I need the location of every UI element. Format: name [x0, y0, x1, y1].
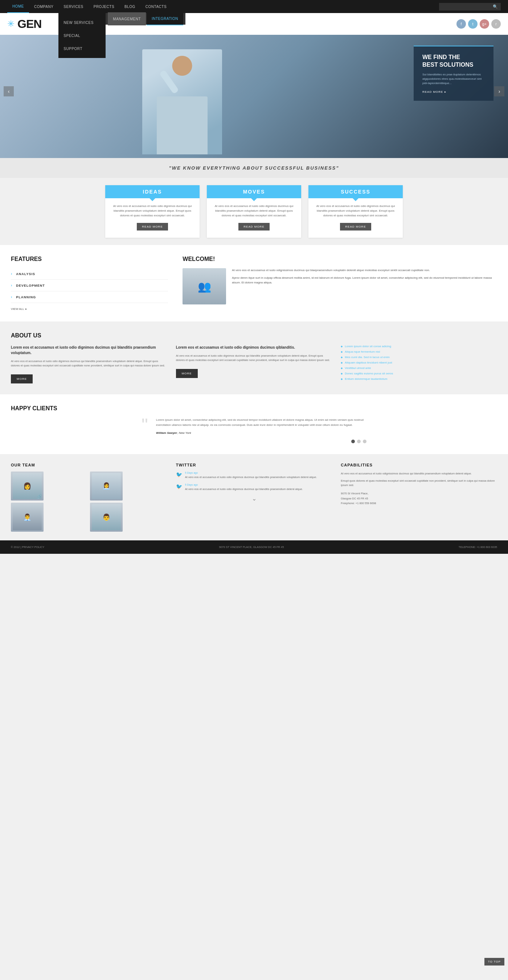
logo[interactable]: ✳ GEN	[7, 18, 42, 31]
hero-read-more[interactable]: READ MORE ▸	[422, 90, 446, 94]
cards-section: IDEAS At vero eos et accusamus et iusto …	[0, 178, 508, 245]
card-success: SUCCESS At vero eos et accusamus et iust…	[308, 185, 403, 238]
nav-company[interactable]: COMPANY	[29, 0, 58, 13]
prev-icon[interactable]: ‹	[4, 86, 14, 96]
main-footer: © 2012 | PRIVACY POLICY 9070 ST VINCENT …	[0, 540, 508, 554]
rss-icon[interactable]: r	[491, 19, 501, 29]
team-member-1[interactable]: 👩 🔗	[11, 471, 43, 501]
about-col1: Lorem eos et accusamus et iusto odio dig…	[11, 345, 167, 383]
dropdown-special[interactable]: SPECIAL	[58, 29, 105, 42]
tweet-1-content: 5 Days ago At vero eos et accusamus et i…	[185, 471, 317, 479]
next-icon[interactable]: ›	[494, 86, 504, 96]
twitter-bird-icon-2: 🐦	[176, 484, 182, 491]
dropdown-support[interactable]: SUPPORT	[58, 42, 105, 55]
nav-home[interactable]: HOME	[7, 0, 29, 13]
quote-text: "WE KNOW EVERYTHING ABOUT SUCCESSFUL BUS…	[7, 165, 501, 171]
twitter-icon[interactable]: t	[468, 19, 478, 29]
welcome-intro: At vero eos et accusamus et iusto odigni…	[232, 268, 497, 273]
about-link-2[interactable]: Aliqua nque fermentum nisl	[341, 350, 497, 353]
logo-icon: ✳	[7, 19, 14, 29]
about-col1-lead: Lorem eos et accusamus et iusto odio dig…	[11, 345, 167, 356]
hero-next-arrow[interactable]: ›	[494, 86, 504, 96]
about-col2-body: At vero eos et accusamus et iusto odio d…	[176, 354, 332, 363]
card-moves-body: At vero eos et accusamus et iusto odio d…	[207, 204, 301, 218]
team-member-3[interactable]: 👨‍💼	[11, 503, 43, 532]
nav-services-dropdown[interactable]: SERVICES NEW SERVICES SPECIAL SUPPORT MA…	[58, 0, 88, 13]
nav-contacts[interactable]: CONTACTS	[141, 0, 172, 13]
card-ideas-body: At vero eos et accusamus et iusto odio d…	[105, 204, 200, 218]
testimonial-dots	[156, 440, 366, 443]
nav-services[interactable]: SERVICES	[58, 0, 88, 13]
capabilities-widget: CAPABILITIES At vero eos et accusamus et…	[341, 463, 497, 532]
footer-copyright[interactable]: © 2012 | PRIVACY POLICY	[11, 546, 44, 549]
testimonial-text: Lorem ipsum dolor sit amet, consectetur …	[156, 417, 366, 427]
sub-menu: MANAGEMENT INTEGRATION	[105, 13, 185, 25]
welcome-content: 👥 At vero eos et accusamus et iusto odig…	[182, 268, 497, 304]
nav-projects[interactable]: PROJECTS	[88, 0, 119, 13]
logo-text: GEN	[18, 18, 42, 31]
facebook-icon[interactable]: f	[457, 19, 466, 29]
sub-management[interactable]: MANAGEMENT	[108, 12, 146, 25]
scroll-down-icon[interactable]: ⌄	[252, 495, 257, 501]
nav-blog[interactable]: BLOG	[119, 0, 141, 13]
social-icons: f t g+ r	[457, 19, 501, 29]
dot-2[interactable]	[357, 440, 361, 443]
team-title: OUR TEAM	[11, 463, 167, 467]
tweet-2-text: At vero eos et accusamus et iusto odio d…	[185, 487, 303, 491]
footer-telephone: TELEPHONE: +1 800 603 6035	[458, 546, 497, 549]
about-col1-more[interactable]: MORE	[11, 374, 33, 383]
welcome-image: 👥	[182, 268, 226, 304]
search-input[interactable]	[442, 5, 493, 9]
about-col2-lead: Lorem eos et accusamus et iusto odio dig…	[176, 345, 332, 350]
welcome-text: At vero eos et accusamus et iusto odigni…	[232, 268, 497, 304]
features-welcome-section: FEATURES › ANALYSIS › DEVELOPMENT › PLAN…	[0, 245, 508, 321]
hero-prev-arrow[interactable]: ‹	[4, 86, 14, 96]
googleplus-icon[interactable]: g+	[480, 19, 489, 29]
tweet-1: 🐦 5 Days ago At vero eos et accusamus et…	[176, 471, 332, 479]
hero-overlay: WE FIND THEBEST SOLUTIONS Sui blandibiit…	[414, 46, 494, 101]
about-link-1[interactable]: Lorem ipsum dolor sit conse adicing	[341, 345, 497, 348]
dot-3[interactable]	[363, 440, 366, 443]
twitter-bird-icon: 🐦	[176, 471, 182, 479]
capabilities-body1: At vero eos et accusamus et iusto odigni…	[341, 471, 497, 476]
tweet-2-time: 5 Days ago	[185, 484, 303, 486]
arrow-right-icon: ▸	[26, 307, 27, 310]
card-ideas: IDEAS At vero eos et accusamus et iusto …	[105, 185, 200, 238]
feature-analysis[interactable]: › ANALYSIS	[11, 268, 168, 280]
team-grid: 👩 🔗 👩‍💼 👨‍💼 👨	[11, 471, 167, 532]
feature-development[interactable]: › DEVELOPMENT	[11, 280, 168, 291]
address-line2: Glasgow DC 45 FR 45	[341, 496, 497, 501]
card-success-title: SUCCESS	[308, 185, 403, 198]
card-success-cta[interactable]: READ MORE	[340, 223, 371, 231]
capabilities-body2: Emupt quos dolores et quas molestias exc…	[341, 479, 497, 487]
about-links: Lorem ipsum dolor sit conse adicing Aliq…	[341, 345, 497, 380]
card-moves-cta[interactable]: READ MORE	[238, 223, 269, 231]
chevron-icon: ›	[11, 295, 12, 299]
footer-address: 9070 ST VINCENT PLACE, GLASGOW DC 45 FR …	[219, 546, 284, 549]
team-member-4[interactable]: 👨	[90, 503, 123, 532]
feature-planning-label: PLANNING	[16, 295, 36, 299]
about-link-3[interactable]: Mes cuml dia. Sed in lacus ut enim	[341, 356, 497, 359]
about-link-7[interactable]: Entium doloremque laudantiotum	[341, 377, 497, 380]
quote-bar: "WE KNOW EVERYTHING ABOUT SUCCESSFUL BUS…	[0, 158, 508, 178]
about-link-4[interactable]: Aliquam dapibus tincidunt ntbent just	[341, 361, 497, 364]
team-member-2[interactable]: 👩‍💼	[90, 471, 123, 501]
capabilities-address: 9070 St Vincent Place, Glasgow DC 45 FR …	[341, 491, 497, 506]
capabilities-text: At vero eos et accusamus et iusto odigni…	[341, 471, 497, 487]
search-box[interactable]: 🔍	[439, 3, 501, 11]
card-moves-title: MOVES	[207, 185, 301, 198]
dropdown-new-services[interactable]: NEW SERVICES	[58, 16, 105, 29]
about-link-5[interactable]: Vesttibul ulmod ante	[341, 366, 497, 370]
about-col2-more[interactable]: MORE	[176, 369, 198, 378]
search-icon[interactable]: 🔍	[493, 4, 498, 9]
dot-1[interactable]	[351, 440, 355, 443]
view-all-label: VIEW ALL	[11, 307, 24, 310]
view-all-button[interactable]: VIEW ALL ▸	[11, 307, 168, 310]
card-moves: MOVES At vero eos et accusamus et iusto …	[207, 185, 301, 238]
about-link-6[interactable]: Donec sagittis euismo purus sit oeros	[341, 372, 497, 375]
card-ideas-title: IDEAS	[105, 185, 200, 198]
card-ideas-cta[interactable]: READ MORE	[137, 223, 168, 231]
feature-planning[interactable]: › PLANNING	[11, 291, 168, 303]
sub-integration[interactable]: INTEGRATION	[147, 12, 183, 25]
feature-analysis-label: ANALYSIS	[16, 272, 35, 276]
